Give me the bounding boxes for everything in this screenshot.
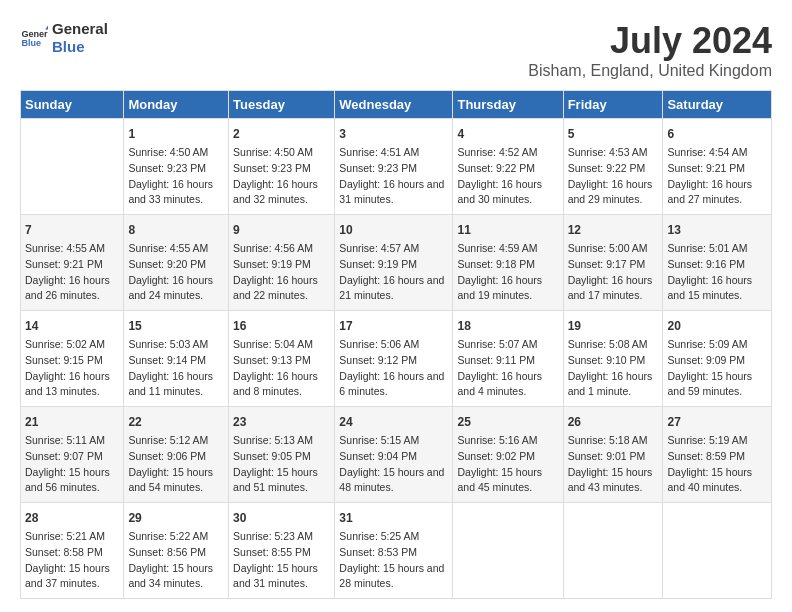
day-info: Sunrise: 4:59 AMSunset: 9:18 PMDaylight:…: [457, 241, 558, 304]
day-number: 22: [128, 413, 224, 431]
daylight-hours: Daylight: 16 hours and 4 minutes.: [457, 369, 558, 401]
day-number: 13: [667, 221, 767, 239]
sunrise-time: Sunrise: 5:08 AM: [568, 337, 659, 353]
day-cell: 15Sunrise: 5:03 AMSunset: 9:14 PMDayligh…: [124, 311, 229, 407]
sunrise-time: Sunrise: 4:53 AM: [568, 145, 659, 161]
sunrise-time: Sunrise: 5:18 AM: [568, 433, 659, 449]
day-info: Sunrise: 5:18 AMSunset: 9:01 PMDaylight:…: [568, 433, 659, 496]
day-number: 9: [233, 221, 330, 239]
daylight-hours: Daylight: 15 hours and 43 minutes.: [568, 465, 659, 497]
week-row-1: 1Sunrise: 4:50 AMSunset: 9:23 PMDaylight…: [21, 119, 772, 215]
day-cell: 6Sunrise: 4:54 AMSunset: 9:21 PMDaylight…: [663, 119, 772, 215]
day-cell: 28Sunrise: 5:21 AMSunset: 8:58 PMDayligh…: [21, 503, 124, 599]
day-cell: [453, 503, 563, 599]
day-cell: 29Sunrise: 5:22 AMSunset: 8:56 PMDayligh…: [124, 503, 229, 599]
day-info: Sunrise: 5:19 AMSunset: 8:59 PMDaylight:…: [667, 433, 767, 496]
day-number: 7: [25, 221, 119, 239]
sunset-time: Sunset: 9:06 PM: [128, 449, 224, 465]
sunset-time: Sunset: 9:20 PM: [128, 257, 224, 273]
sunset-time: Sunset: 9:13 PM: [233, 353, 330, 369]
sunset-time: Sunset: 9:17 PM: [568, 257, 659, 273]
day-number: 12: [568, 221, 659, 239]
sunrise-time: Sunrise: 4:50 AM: [128, 145, 224, 161]
daylight-hours: Daylight: 16 hours and 30 minutes.: [457, 177, 558, 209]
day-info: Sunrise: 4:52 AMSunset: 9:22 PMDaylight:…: [457, 145, 558, 208]
column-header-thursday: Thursday: [453, 91, 563, 119]
sunset-time: Sunset: 9:16 PM: [667, 257, 767, 273]
day-info: Sunrise: 5:12 AMSunset: 9:06 PMDaylight:…: [128, 433, 224, 496]
daylight-hours: Daylight: 16 hours and 27 minutes.: [667, 177, 767, 209]
day-info: Sunrise: 5:11 AMSunset: 9:07 PMDaylight:…: [25, 433, 119, 496]
sunrise-time: Sunrise: 5:09 AM: [667, 337, 767, 353]
day-cell: 14Sunrise: 5:02 AMSunset: 9:15 PMDayligh…: [21, 311, 124, 407]
day-info: Sunrise: 4:57 AMSunset: 9:19 PMDaylight:…: [339, 241, 448, 304]
day-number: 8: [128, 221, 224, 239]
subtitle: Bisham, England, United Kingdom: [528, 62, 772, 80]
day-number: 16: [233, 317, 330, 335]
sunset-time: Sunset: 9:10 PM: [568, 353, 659, 369]
sunrise-time: Sunrise: 5:01 AM: [667, 241, 767, 257]
day-cell: 19Sunrise: 5:08 AMSunset: 9:10 PMDayligh…: [563, 311, 663, 407]
sunset-time: Sunset: 9:23 PM: [128, 161, 224, 177]
day-number: 10: [339, 221, 448, 239]
day-cell: 22Sunrise: 5:12 AMSunset: 9:06 PMDayligh…: [124, 407, 229, 503]
daylight-hours: Daylight: 15 hours and 31 minutes.: [233, 561, 330, 593]
day-number: 3: [339, 125, 448, 143]
sunrise-time: Sunrise: 4:50 AM: [233, 145, 330, 161]
day-cell: 10Sunrise: 4:57 AMSunset: 9:19 PMDayligh…: [335, 215, 453, 311]
day-cell: 23Sunrise: 5:13 AMSunset: 9:05 PMDayligh…: [229, 407, 335, 503]
week-row-4: 21Sunrise: 5:11 AMSunset: 9:07 PMDayligh…: [21, 407, 772, 503]
day-number: 25: [457, 413, 558, 431]
day-info: Sunrise: 5:13 AMSunset: 9:05 PMDaylight:…: [233, 433, 330, 496]
sunset-time: Sunset: 8:53 PM: [339, 545, 448, 561]
daylight-hours: Daylight: 16 hours and 8 minutes.: [233, 369, 330, 401]
sunset-time: Sunset: 9:22 PM: [568, 161, 659, 177]
daylight-hours: Daylight: 16 hours and 26 minutes.: [25, 273, 119, 305]
daylight-hours: Daylight: 15 hours and 34 minutes.: [128, 561, 224, 593]
column-header-sunday: Sunday: [21, 91, 124, 119]
day-number: 19: [568, 317, 659, 335]
day-number: 14: [25, 317, 119, 335]
day-info: Sunrise: 5:09 AMSunset: 9:09 PMDaylight:…: [667, 337, 767, 400]
day-info: Sunrise: 5:25 AMSunset: 8:53 PMDaylight:…: [339, 529, 448, 592]
daylight-hours: Daylight: 16 hours and 33 minutes.: [128, 177, 224, 209]
sunrise-time: Sunrise: 4:52 AM: [457, 145, 558, 161]
sunrise-time: Sunrise: 5:02 AM: [25, 337, 119, 353]
logo: General Blue General Blue: [20, 20, 108, 56]
day-info: Sunrise: 5:21 AMSunset: 8:58 PMDaylight:…: [25, 529, 119, 592]
day-number: 30: [233, 509, 330, 527]
sunrise-time: Sunrise: 5:25 AM: [339, 529, 448, 545]
day-cell: 16Sunrise: 5:04 AMSunset: 9:13 PMDayligh…: [229, 311, 335, 407]
day-number: 26: [568, 413, 659, 431]
day-info: Sunrise: 5:04 AMSunset: 9:13 PMDaylight:…: [233, 337, 330, 400]
day-info: Sunrise: 5:23 AMSunset: 8:55 PMDaylight:…: [233, 529, 330, 592]
day-info: Sunrise: 4:50 AMSunset: 9:23 PMDaylight:…: [233, 145, 330, 208]
sunrise-time: Sunrise: 4:55 AM: [128, 241, 224, 257]
day-info: Sunrise: 5:00 AMSunset: 9:17 PMDaylight:…: [568, 241, 659, 304]
day-info: Sunrise: 5:01 AMSunset: 9:16 PMDaylight:…: [667, 241, 767, 304]
day-info: Sunrise: 5:03 AMSunset: 9:14 PMDaylight:…: [128, 337, 224, 400]
daylight-hours: Daylight: 16 hours and 1 minute.: [568, 369, 659, 401]
column-header-saturday: Saturday: [663, 91, 772, 119]
sunset-time: Sunset: 8:55 PM: [233, 545, 330, 561]
week-row-2: 7Sunrise: 4:55 AMSunset: 9:21 PMDaylight…: [21, 215, 772, 311]
day-number: 28: [25, 509, 119, 527]
sunset-time: Sunset: 9:02 PM: [457, 449, 558, 465]
day-number: 29: [128, 509, 224, 527]
day-info: Sunrise: 5:07 AMSunset: 9:11 PMDaylight:…: [457, 337, 558, 400]
sunrise-time: Sunrise: 5:21 AM: [25, 529, 119, 545]
day-cell: 2Sunrise: 4:50 AMSunset: 9:23 PMDaylight…: [229, 119, 335, 215]
daylight-hours: Daylight: 16 hours and 19 minutes.: [457, 273, 558, 305]
daylight-hours: Daylight: 15 hours and 54 minutes.: [128, 465, 224, 497]
svg-text:General: General: [21, 29, 48, 39]
daylight-hours: Daylight: 16 hours and 22 minutes.: [233, 273, 330, 305]
daylight-hours: Daylight: 15 hours and 48 minutes.: [339, 465, 448, 497]
daylight-hours: Daylight: 15 hours and 59 minutes.: [667, 369, 767, 401]
day-info: Sunrise: 4:54 AMSunset: 9:21 PMDaylight:…: [667, 145, 767, 208]
day-cell: 30Sunrise: 5:23 AMSunset: 8:55 PMDayligh…: [229, 503, 335, 599]
logo-blue: Blue: [52, 38, 108, 56]
day-cell: 27Sunrise: 5:19 AMSunset: 8:59 PMDayligh…: [663, 407, 772, 503]
day-cell: 21Sunrise: 5:11 AMSunset: 9:07 PMDayligh…: [21, 407, 124, 503]
daylight-hours: Daylight: 16 hours and 11 minutes.: [128, 369, 224, 401]
svg-text:Blue: Blue: [21, 38, 41, 48]
